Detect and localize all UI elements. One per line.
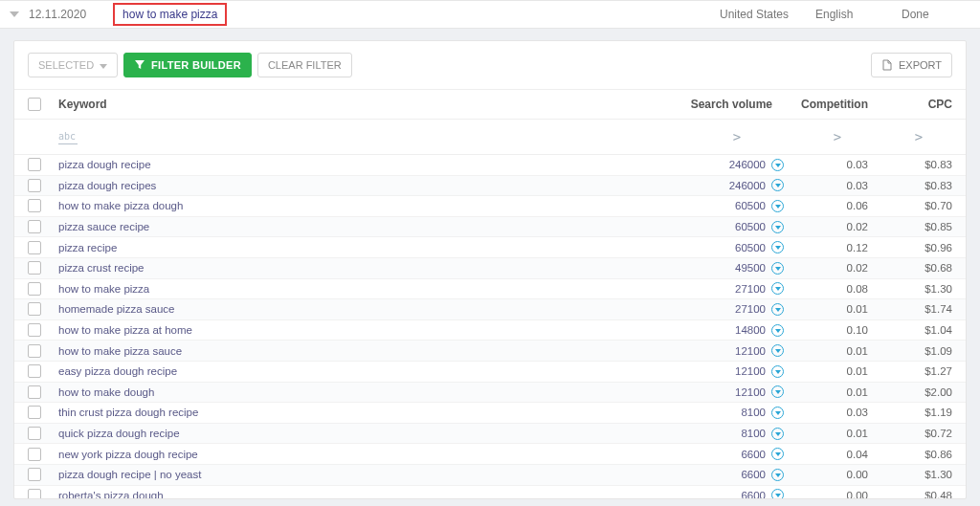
cell-keyword: pizza sauce recipe <box>55 221 684 232</box>
text-filter-icon: abc <box>58 131 684 144</box>
table-row[interactable]: thin crust pizza dough recipe81000.03$1.… <box>14 403 966 424</box>
col-cpc[interactable]: CPC <box>885 98 952 111</box>
keyword-filter-input[interactable]: abc <box>28 129 684 144</box>
row-checkbox[interactable] <box>28 344 41 358</box>
volume-value: 60500 <box>720 200 766 211</box>
cell-competition: 0.00 <box>790 490 885 499</box>
cell-cpc: $2.00 <box>885 386 952 398</box>
volume-filter-input[interactable]: > <box>684 129 790 144</box>
cell-keyword: thin crust pizza dough recipe <box>55 407 684 418</box>
cell-competition: 0.00 <box>790 469 885 480</box>
volume-trend-icon[interactable] <box>771 179 784 191</box>
volume-trend-icon[interactable] <box>771 385 784 398</box>
col-competition[interactable]: Competition <box>790 98 885 111</box>
volume-trend-icon[interactable] <box>771 159 784 171</box>
cell-volume: 49500 <box>684 262 790 275</box>
cell-cpc: $0.48 <box>885 490 952 499</box>
row-checkbox[interactable] <box>28 199 41 212</box>
select-all-checkbox[interactable] <box>28 98 41 111</box>
task-date: 12.11.2020 <box>29 8 86 21</box>
selected-dropdown[interactable]: SELECTED <box>28 53 118 77</box>
cell-volume: 12100 <box>684 365 790 378</box>
row-checkbox[interactable] <box>28 282 41 296</box>
cell-keyword: pizza recipe <box>55 242 684 253</box>
col-keyword[interactable]: Keyword <box>55 98 684 111</box>
row-checkbox[interactable] <box>28 448 41 461</box>
table-row[interactable]: pizza crust recipe495000.02$0.68 <box>14 258 966 279</box>
table-row[interactable]: new york pizza dough recipe66000.04$0.86 <box>14 444 966 465</box>
export-label: EXPORT <box>899 59 942 71</box>
cell-cpc: $0.96 <box>885 242 952 253</box>
table-row[interactable]: how to make dough121000.01$2.00 <box>14 383 966 404</box>
table-row[interactable]: how to make pizza271000.08$1.30 <box>14 279 966 300</box>
table-row[interactable]: pizza dough recipes2460000.03$0.83 <box>14 176 966 197</box>
volume-value: 12100 <box>720 345 766 357</box>
volume-value: 8100 <box>720 428 766 439</box>
cell-keyword: roberta's pizza dough <box>55 490 684 499</box>
cell-competition: 0.04 <box>790 449 885 460</box>
volume-trend-icon[interactable] <box>771 469 784 481</box>
row-checkbox[interactable] <box>28 302 41 316</box>
cell-volume: 12100 <box>684 385 790 398</box>
export-icon <box>881 59 893 71</box>
volume-trend-icon[interactable] <box>771 241 784 253</box>
volume-trend-icon[interactable] <box>771 262 784 275</box>
cell-cpc: $0.83 <box>885 180 952 191</box>
row-checkbox[interactable] <box>28 241 41 254</box>
row-checkbox[interactable] <box>28 158 41 171</box>
table-row[interactable]: easy pizza dough recipe121000.01$1.27 <box>14 362 966 383</box>
volume-trend-icon[interactable] <box>771 448 784 460</box>
cell-cpc: $1.27 <box>885 365 952 377</box>
table-row[interactable]: how to make pizza sauce121000.01$1.09 <box>14 341 966 362</box>
cell-competition: 0.03 <box>790 180 885 191</box>
volume-trend-icon[interactable] <box>771 282 784 295</box>
row-checkbox[interactable] <box>28 179 41 192</box>
table-row[interactable]: pizza sauce recipe605000.02$0.85 <box>14 217 966 238</box>
row-checkbox[interactable] <box>28 220 41 233</box>
cell-competition: 0.08 <box>790 283 885 295</box>
volume-trend-icon[interactable] <box>771 221 784 233</box>
row-checkbox[interactable] <box>28 364 41 378</box>
volume-value: 60500 <box>720 242 766 253</box>
cpc-filter-input[interactable]: > <box>885 129 952 144</box>
table-row[interactable]: pizza dough recipe | no yeast66000.00$1.… <box>14 465 966 486</box>
table-row[interactable]: quick pizza dough recipe81000.01$0.72 <box>14 424 966 445</box>
table-row[interactable]: how to make pizza at home148000.10$1.04 <box>14 320 966 341</box>
row-checkbox[interactable] <box>28 261 41 275</box>
table-row[interactable]: homemade pizza sauce271000.01$1.74 <box>14 299 966 320</box>
volume-trend-icon[interactable] <box>771 428 784 440</box>
cell-keyword: pizza dough recipe | no yeast <box>55 469 684 480</box>
cell-competition: 0.01 <box>790 386 885 398</box>
row-checkbox[interactable] <box>28 385 41 399</box>
volume-trend-icon[interactable] <box>771 324 784 337</box>
cell-cpc: $0.86 <box>885 449 952 460</box>
volume-trend-icon[interactable] <box>771 365 784 378</box>
volume-trend-icon[interactable] <box>771 344 784 357</box>
competition-filter-input[interactable]: > <box>790 129 885 144</box>
row-checkbox[interactable] <box>28 489 41 499</box>
row-checkbox[interactable] <box>28 406 41 419</box>
table-row[interactable]: how to make pizza dough605000.06$0.70 <box>14 196 966 217</box>
table-row[interactable]: pizza dough recipe2460000.03$0.83 <box>14 155 966 176</box>
cell-cpc: $1.30 <box>885 469 952 480</box>
expand-icon[interactable] <box>8 9 19 20</box>
row-checkbox[interactable] <box>28 323 41 337</box>
cell-competition: 0.01 <box>790 365 885 377</box>
volume-trend-icon[interactable] <box>771 407 784 419</box>
cell-keyword: pizza dough recipes <box>55 180 684 191</box>
task-summary-row[interactable]: 12.11.2020 how to make pizza United Stat… <box>0 0 980 29</box>
export-button[interactable]: EXPORT <box>871 53 952 77</box>
task-country: United States <box>720 8 815 21</box>
row-checkbox[interactable] <box>28 427 41 440</box>
cell-volume: 8100 <box>684 407 790 419</box>
table-row[interactable]: pizza recipe605000.12$0.96 <box>14 237 966 258</box>
clear-filter-button[interactable]: CLEAR FILTER <box>257 53 352 77</box>
volume-trend-icon[interactable] <box>771 200 784 212</box>
row-checkbox[interactable] <box>28 468 41 481</box>
filter-builder-button[interactable]: FILTER BUILDER <box>123 53 252 77</box>
col-search-volume[interactable]: Search volume <box>684 98 790 111</box>
table-row[interactable]: roberta's pizza dough66000.00$0.48 <box>14 486 966 500</box>
cell-cpc: $0.68 <box>885 262 952 274</box>
volume-trend-icon[interactable] <box>771 303 784 316</box>
volume-trend-icon[interactable] <box>771 489 784 499</box>
